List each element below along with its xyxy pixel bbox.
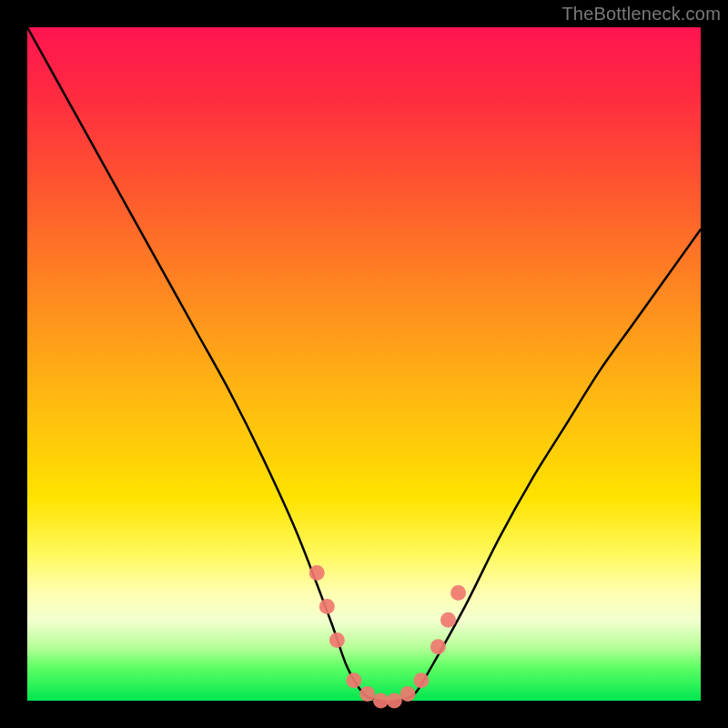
curve-svg [27,27,701,701]
marker-group [309,565,466,709]
marker-dot [387,693,402,709]
marker-dot [400,686,416,702]
marker-dot [450,585,466,601]
marker-dot [329,632,345,648]
marker-dot [346,672,361,688]
chart-frame: TheBottleneck.com [0,0,728,728]
marker-dot [319,599,335,614]
marker-dot [413,672,429,688]
marker-dot [359,686,375,702]
marker-dot [430,639,446,654]
marker-dot [373,693,389,709]
bottleneck-curve-path [27,27,701,702]
marker-dot [440,612,456,628]
marker-dot [309,565,325,581]
plot-area [27,27,701,701]
watermark-text: TheBottleneck.com [561,4,721,25]
